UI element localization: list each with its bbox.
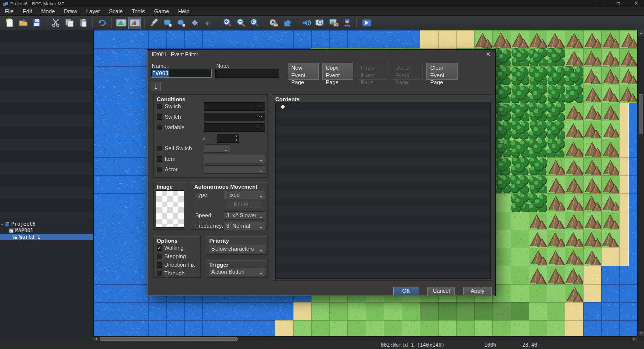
event-command-row[interactable] — [276, 183, 490, 191]
event-command-row[interactable] — [276, 159, 490, 167]
database-icon[interactable] — [267, 17, 280, 29]
event-command-row[interactable] — [276, 143, 490, 151]
menu-mode[interactable]: Mode — [37, 7, 60, 16]
item-checkbox[interactable] — [157, 156, 162, 162]
event-page-tab-1[interactable]: 1 — [151, 82, 161, 91]
actor-checkbox[interactable] — [157, 167, 162, 172]
event-command-row[interactable] — [276, 199, 490, 207]
event-command-row[interactable] — [276, 239, 490, 247]
plugin-manager-icon[interactable] — [281, 17, 294, 29]
movement-type-dropdown[interactable]: Fixed▼ — [224, 191, 265, 199]
map-edit-mode-icon[interactable] — [115, 17, 127, 29]
menu-scale[interactable]: Scale — [104, 7, 127, 16]
note-input[interactable] — [215, 69, 279, 78]
close-button[interactable]: × — [633, 0, 640, 7]
undo-icon[interactable] — [96, 17, 108, 29]
tree-item-project[interactable]: - Project6 — [0, 221, 93, 227]
event-command-row[interactable] — [276, 215, 490, 223]
event-command-row[interactable] — [276, 223, 490, 231]
map-vertical-scrollbar[interactable]: ▲ ▼ — [637, 30, 644, 336]
spin-up-icon[interactable]: ▲ — [235, 134, 238, 137]
event-edit-mode-icon[interactable] — [128, 17, 141, 29]
ellipsis-icon[interactable]: ··· — [256, 114, 263, 119]
trigger-dropdown[interactable]: Action Button▼ — [209, 268, 265, 276]
event-command-row[interactable] — [276, 118, 490, 126]
variable-value-field[interactable]: ··· — [204, 123, 265, 132]
ellipsis-icon[interactable]: ··· — [256, 103, 263, 109]
event-image-picker[interactable] — [156, 190, 184, 228]
event-command-row[interactable] — [276, 134, 490, 143]
switch2-value-field[interactable]: ··· — [204, 113, 265, 121]
ellipse-tool-icon[interactable] — [175, 17, 187, 29]
tree-item-map001[interactable]: - MAP001 — [0, 227, 93, 234]
rectangle-tool-icon[interactable] — [161, 17, 174, 29]
switch1-checkbox[interactable] — [157, 104, 162, 109]
resource-manager-icon[interactable] — [327, 17, 340, 29]
ellipsis-icon[interactable]: ··· — [256, 124, 263, 130]
play-test-icon[interactable] — [360, 17, 373, 29]
event-command-row[interactable] — [276, 110, 490, 118]
event-name-input[interactable]: EV001 — [151, 69, 212, 78]
new-event-page-button[interactable]: NewEvent Page — [288, 63, 319, 80]
shadow-pen-tool-icon[interactable] — [202, 17, 214, 29]
apply-button[interactable]: Apply — [463, 287, 492, 295]
event-command-row[interactable] — [276, 271, 490, 279]
paste-icon[interactable] — [77, 17, 89, 29]
through-checkbox[interactable] — [157, 271, 162, 276]
menu-draw[interactable]: Draw — [59, 7, 82, 16]
pencil-tool-icon[interactable] — [148, 17, 160, 29]
command-marker-icon[interactable]: ◆ — [281, 103, 285, 109]
maximize-button[interactable]: □ — [615, 0, 622, 7]
vertical-scroll-thumb[interactable] — [639, 94, 643, 134]
event-command-row[interactable] — [276, 167, 490, 175]
menu-file[interactable]: File — [0, 7, 18, 16]
sound-test-icon[interactable] — [300, 17, 313, 29]
save-project-icon[interactable] — [30, 17, 43, 29]
self-switch-dropdown[interactable]: ▼ — [204, 144, 230, 153]
event-command-row[interactable] — [276, 175, 490, 183]
event-command-row[interactable] — [276, 126, 490, 134]
priority-dropdown[interactable]: Below characters▼ — [209, 245, 265, 253]
minimize-button[interactable]: – — [597, 0, 604, 7]
copy-event-page-button[interactable]: CopyEvent Page — [322, 63, 353, 80]
event-commands-list[interactable]: ◆ — [275, 102, 491, 279]
event-searcher-icon[interactable] — [314, 17, 326, 29]
map-horizontal-scrollbar[interactable]: ◀ ▶ — [93, 336, 637, 341]
walking-checkbox[interactable]: ✓ — [157, 245, 162, 251]
stepping-checkbox[interactable] — [157, 254, 162, 259]
ok-button[interactable]: OK — [393, 287, 419, 295]
tileset-palette[interactable] — [0, 30, 93, 218]
item-dropdown[interactable]: ▼ — [204, 155, 265, 163]
expander-icon[interactable]: - — [4, 228, 8, 233]
menu-tools[interactable]: Tools — [127, 7, 150, 16]
copy-icon[interactable] — [63, 17, 76, 29]
tree-item-world1[interactable]: World 1 — [0, 234, 93, 240]
direction-fix-checkbox[interactable] — [157, 262, 162, 268]
menu-edit[interactable]: Edit — [18, 7, 37, 16]
scroll-down-icon[interactable]: ▼ — [638, 331, 644, 336]
cancel-button[interactable]: Cancel — [427, 287, 455, 295]
actor-dropdown[interactable]: ▼ — [204, 165, 265, 174]
event-command-row[interactable] — [276, 207, 490, 215]
zoom-actual-size-icon[interactable] — [248, 17, 261, 29]
switch2-checkbox[interactable] — [157, 114, 162, 120]
event-command-row[interactable] — [276, 231, 490, 239]
menu-layer[interactable]: Layer — [82, 7, 105, 16]
self-switch-checkbox[interactable] — [157, 146, 162, 151]
variable-amount-spinner[interactable]: ▲▼ — [217, 134, 239, 143]
expander-icon[interactable]: - — [0, 221, 4, 227]
spin-down-icon[interactable]: ▼ — [235, 138, 238, 141]
scroll-up-icon[interactable]: ▲ — [638, 30, 644, 36]
open-project-icon[interactable] — [17, 17, 29, 29]
zoom-out-icon[interactable] — [235, 17, 247, 29]
zoom-in-icon[interactable] — [221, 17, 234, 29]
new-project-icon[interactable] — [3, 17, 16, 29]
event-command-row[interactable] — [276, 263, 490, 271]
event-command-row[interactable] — [276, 247, 490, 255]
menu-game[interactable]: Game — [150, 7, 174, 16]
event-command-row[interactable] — [276, 255, 490, 263]
cut-icon[interactable] — [49, 17, 62, 29]
movement-frequency-dropdown[interactable]: 3: Normal▼ — [224, 222, 265, 230]
event-command-row[interactable] — [276, 151, 490, 159]
switch1-value-field[interactable]: ··· — [204, 102, 265, 111]
